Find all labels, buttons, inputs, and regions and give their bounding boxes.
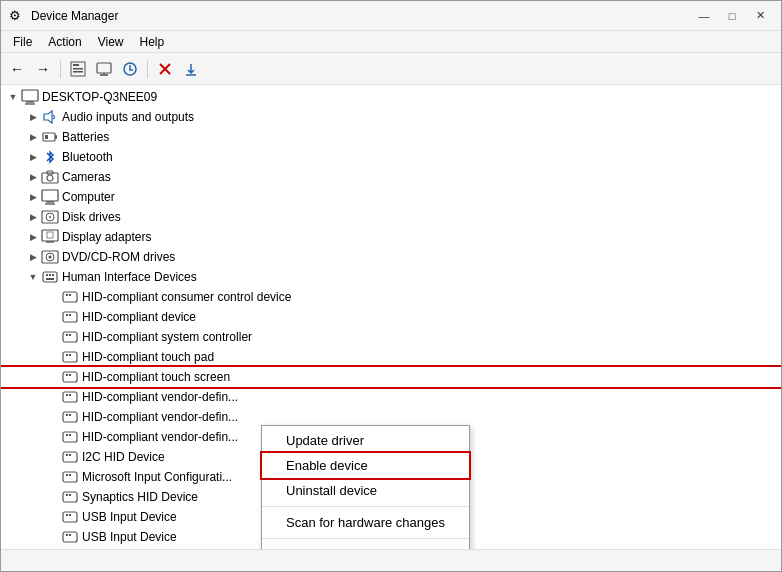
svg-rect-57 [66,414,68,416]
svg-rect-17 [45,135,48,139]
menu-bar: File Action View Help [1,31,781,53]
ctx-uninstall-device[interactable]: Uninstall device [262,478,469,503]
svg-rect-46 [69,334,71,336]
title-controls: — □ ✕ [691,6,773,26]
svg-rect-4 [97,63,111,73]
hid-child12-label: USB Input Device [82,510,177,524]
hid-child1-icon [61,288,79,306]
hid-child-1[interactable]: HID-compliant consumer control device [1,287,781,307]
svg-rect-49 [69,354,71,356]
ctx-scan-hardware[interactable]: Scan for hardware changes [262,510,469,535]
close-button[interactable]: ✕ [747,6,773,26]
hid-touch-screen[interactable]: HID-compliant touch screen [1,367,781,387]
disk-expand-icon: ▶ [25,209,41,225]
svg-rect-41 [63,312,77,322]
hid-child7-icon [61,408,79,426]
svg-marker-14 [44,111,52,123]
status-bar [1,549,781,571]
audio-expand-icon: ▶ [25,109,41,125]
tree-dvd[interactable]: ▶ DVD/CD-ROM drives [1,247,781,267]
minimize-button[interactable]: — [691,6,717,26]
svg-rect-52 [69,374,71,376]
bluetooth-icon [41,148,59,166]
ctx-update-driver[interactable]: Update driver [262,428,469,453]
display-expand-icon: ▶ [25,229,41,245]
toolbar-scan[interactable] [92,57,116,81]
hid-icon [41,268,59,286]
hid-child13-expand [53,529,61,545]
menu-view[interactable]: View [90,33,132,51]
hid-child-4[interactable]: HID-compliant touch pad [1,347,781,367]
svg-rect-72 [66,514,68,516]
title-bar: ⚙ Device Manager — □ ✕ [1,1,781,31]
hid-child3-label: HID-compliant system controller [82,330,252,344]
dvd-label: DVD/CD-ROM drives [62,250,175,264]
display-icon [41,228,59,246]
download-icon [183,61,199,77]
svg-rect-67 [69,474,71,476]
svg-rect-75 [66,534,68,536]
computer-label: Computer [62,190,115,204]
toolbar-update[interactable] [118,57,142,81]
svg-rect-48 [66,354,68,356]
svg-rect-29 [47,232,53,238]
hid-child-2[interactable]: HID-compliant device [1,307,781,327]
disk-label: Disk drives [62,210,121,224]
toolbar-properties[interactable] [66,57,90,81]
toolbar-uninstall[interactable] [153,57,177,81]
tree-root[interactable]: ▼ DESKTOP-Q3NEE09 [1,87,781,107]
tree-panel[interactable]: ▼ DESKTOP-Q3NEE09 ▶ [1,85,781,549]
svg-rect-66 [66,474,68,476]
svg-rect-61 [69,434,71,436]
content-area: ▼ DESKTOP-Q3NEE09 ▶ [1,85,781,549]
menu-file[interactable]: File [5,33,40,51]
tree-display[interactable]: ▶ Display adapters [1,227,781,247]
tree-disk[interactable]: ▶ Disk drives [1,207,781,227]
computer-expand-icon: ▶ [25,189,41,205]
hid-child3-expand [53,329,61,345]
hid-child-3[interactable]: HID-compliant system controller [1,327,781,347]
tree-bluetooth[interactable]: ▶ Bluetooth [1,147,781,167]
ctx-sep2 [262,538,469,539]
svg-rect-2 [73,68,83,70]
tree-audio[interactable]: ▶ Audio inputs and outputs [1,107,781,127]
ctx-properties[interactable]: Properties [262,542,469,549]
ctx-enable-device[interactable]: Enable device [262,453,469,478]
toolbar-download[interactable] [179,57,203,81]
toolbar-back[interactable]: ← [5,57,29,81]
tree-computer[interactable]: ▶ Computer [1,187,781,207]
svg-rect-47 [63,352,77,362]
hid-child-6[interactable]: HID-compliant vendor-defin... [1,387,781,407]
maximize-button[interactable]: □ [719,6,745,26]
svg-rect-21 [42,190,58,201]
svg-rect-70 [69,494,71,496]
device-manager-window: ⚙ Device Manager — □ ✕ File Action View … [0,0,782,572]
hid-child-7[interactable]: HID-compliant vendor-defin... [1,407,781,427]
hid-child6-icon [61,388,79,406]
hid-child11-icon [61,488,79,506]
svg-rect-1 [73,64,79,66]
bluetooth-label: Bluetooth [62,150,113,164]
hid-child2-icon [61,308,79,326]
dvd-expand-icon: ▶ [25,249,41,265]
toolbar-forward[interactable]: → [31,57,55,81]
svg-rect-45 [66,334,68,336]
tree-hid[interactable]: ▼ Human Interface Devices [1,267,781,287]
toolbar: ← → [1,53,781,85]
menu-action[interactable]: Action [40,33,89,51]
svg-rect-33 [43,272,57,282]
hid-child1-expand [53,289,61,305]
hid-child9-label: I2C HID Device [82,450,165,464]
root-computer-icon [21,88,39,106]
svg-rect-38 [63,292,77,302]
svg-rect-54 [66,394,68,396]
menu-help[interactable]: Help [132,33,173,51]
window-icon: ⚙ [9,8,25,24]
hid-child6-label: HID-compliant vendor-defin... [82,390,238,404]
tree-batteries[interactable]: ▶ Batteries [1,127,781,147]
tree-cameras[interactable]: ▶ Cameras [1,167,781,187]
hid-child10-label: Microsoft Input Configurati... [82,470,232,484]
svg-rect-73 [69,514,71,516]
svg-rect-3 [73,71,83,73]
svg-rect-51 [66,374,68,376]
